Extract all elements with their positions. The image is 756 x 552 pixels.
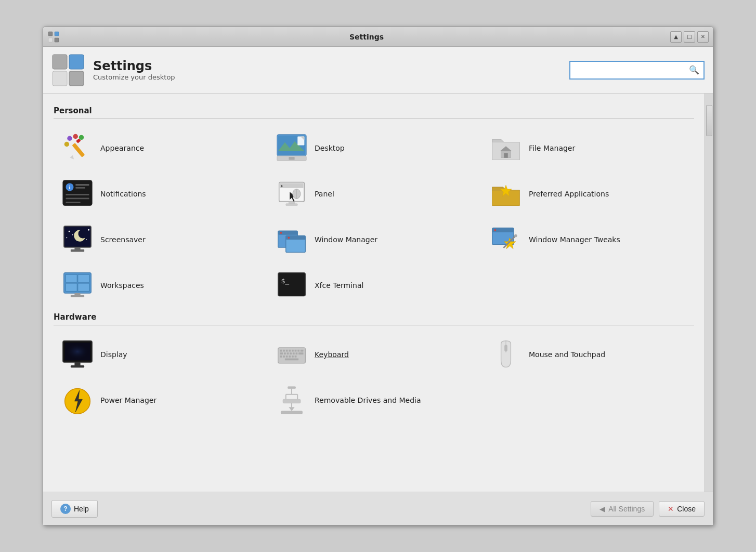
- svg-rect-98: [286, 356, 288, 358]
- display-item[interactable]: Display: [54, 333, 266, 376]
- screensaver-item[interactable]: Screensaver: [54, 218, 266, 261]
- panel-icon: [275, 177, 308, 211]
- screensaver-label: Screensaver: [100, 235, 146, 244]
- file-manager-item[interactable]: File Manager: [482, 126, 694, 170]
- svg-rect-100: [292, 356, 294, 358]
- svg-rect-23: [504, 153, 508, 157]
- search-input[interactable]: [575, 66, 689, 74]
- window-manager-icon: [275, 223, 308, 256]
- svg-rect-31: [66, 202, 81, 203]
- search-box[interactable]: 🔍: [569, 61, 705, 80]
- close-button[interactable]: ✕: [697, 31, 709, 43]
- maximize-button[interactable]: □: [684, 31, 695, 43]
- svg-marker-114: [289, 407, 294, 411]
- header-search: 🔍: [569, 61, 705, 80]
- help-icon: ?: [60, 504, 71, 514]
- shade-button[interactable]: ▲: [670, 31, 682, 43]
- svg-rect-86: [295, 350, 297, 352]
- svg-rect-20: [289, 157, 294, 160]
- svg-rect-115: [281, 411, 302, 414]
- svg-rect-96: [280, 356, 282, 358]
- settings-window: Settings ▲ □ ✕ Settings Customize your d…: [43, 27, 713, 525]
- svg-marker-13: [70, 155, 75, 161]
- mouse-touchpad-item[interactable]: Mouse and Touchpad: [482, 333, 694, 376]
- svg-rect-104: [504, 345, 507, 351]
- svg-point-63: [514, 234, 517, 238]
- appearance-item[interactable]: Appearance: [54, 126, 266, 170]
- all-settings-icon: ◀: [599, 505, 605, 513]
- personal-grid: Appearance: [54, 126, 694, 307]
- panel-item[interactable]: Panel: [268, 172, 480, 216]
- svg-rect-27: [75, 184, 89, 186]
- help-button[interactable]: ? Help: [51, 500, 98, 518]
- hardware-grid: Display: [54, 333, 694, 422]
- svg-point-60: [494, 229, 497, 231]
- screensaver-icon: [61, 223, 94, 256]
- svg-rect-34: [280, 183, 304, 188]
- svg-rect-5: [69, 55, 84, 69]
- display-icon: [61, 338, 94, 371]
- svg-rect-1: [55, 32, 59, 36]
- scrollbar[interactable]: [705, 94, 713, 492]
- content-area: Personal: [43, 94, 713, 492]
- notifications-icon: i: [61, 177, 94, 211]
- svg-rect-107: [288, 387, 296, 389]
- header-icon: [51, 54, 85, 87]
- display-label: Display: [100, 350, 127, 359]
- window-manager-item[interactable]: Window Manager: [268, 218, 480, 261]
- svg-rect-30: [66, 198, 89, 200]
- svg-text:i: i: [69, 185, 70, 190]
- svg-rect-93: [293, 352, 295, 354]
- desktop-label: Desktop: [315, 144, 345, 152]
- xfce-terminal-icon: $_: [275, 269, 308, 302]
- xfce-terminal-item[interactable]: $_ Xfce Terminal: [268, 264, 480, 307]
- hardware-section-label: Hardware: [54, 312, 694, 322]
- power-manager-item[interactable]: Power Manager: [54, 378, 266, 422]
- svg-rect-79: [71, 365, 84, 368]
- window-manager-label: Window Manager: [315, 235, 377, 244]
- svg-rect-92: [290, 352, 292, 354]
- all-settings-button[interactable]: ◀ All Settings: [591, 501, 654, 517]
- keyboard-item[interactable]: Keyboard: [268, 333, 480, 376]
- svg-point-46: [72, 234, 73, 235]
- titlebar-title: Settings: [63, 33, 670, 41]
- preferred-applications-icon: [489, 177, 523, 211]
- preferred-applications-item[interactable]: Preferred Applications: [482, 172, 694, 216]
- svg-rect-68: [66, 283, 77, 291]
- window-manager-tweaks-item[interactable]: Window Manager Tweaks: [482, 218, 694, 261]
- svg-rect-67: [78, 274, 89, 282]
- svg-rect-87: [297, 350, 299, 352]
- svg-rect-85: [292, 350, 294, 352]
- svg-rect-81: [280, 350, 282, 352]
- workspaces-item[interactable]: Workspaces: [54, 264, 266, 307]
- svg-rect-89: [280, 352, 283, 354]
- svg-rect-2: [48, 38, 53, 42]
- close-label: Close: [677, 505, 696, 513]
- svg-rect-88: [301, 350, 304, 352]
- removable-drives-icon: [275, 384, 308, 417]
- svg-rect-95: [298, 352, 303, 354]
- all-settings-label: All Settings: [608, 505, 645, 513]
- svg-point-47: [66, 237, 67, 238]
- desktop-icon: [275, 132, 308, 165]
- workspaces-label: Workspaces: [100, 281, 144, 290]
- search-icon: 🔍: [689, 65, 699, 75]
- svg-rect-69: [78, 283, 89, 291]
- close-button[interactable]: ✕ Close: [659, 501, 705, 517]
- desktop-item[interactable]: Desktop: [268, 126, 480, 170]
- svg-rect-83: [286, 350, 288, 352]
- scrollbar-thumb[interactable]: [706, 105, 712, 136]
- keyboard-label: Keyboard: [315, 350, 349, 359]
- svg-rect-40: [286, 204, 298, 206]
- svg-rect-29: [66, 194, 89, 195]
- svg-point-10: [79, 135, 84, 140]
- svg-rect-90: [284, 352, 286, 354]
- svg-point-54: [280, 232, 282, 234]
- footer: ? Help ◀ All Settings ✕ Close: [43, 492, 713, 525]
- svg-rect-84: [289, 350, 291, 352]
- file-manager-icon: [489, 132, 523, 165]
- removable-drives-item[interactable]: Removable Drives and Media: [268, 378, 480, 422]
- personal-section-label: Personal: [54, 106, 694, 115]
- svg-rect-4: [53, 55, 67, 69]
- notifications-item[interactable]: i Notifications: [54, 172, 266, 216]
